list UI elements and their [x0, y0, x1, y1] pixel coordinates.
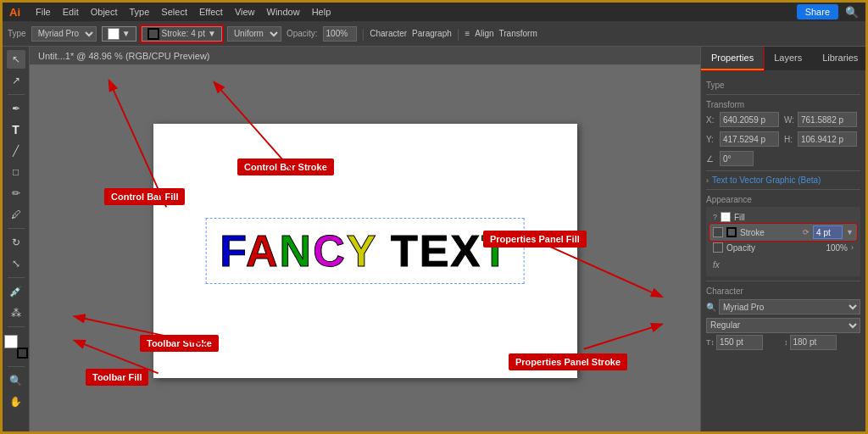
stroke-dropdown-panel[interactable]: ▼ [846, 228, 854, 236]
panel-body: Type Transform X: W: Y: H: [701, 70, 865, 434]
tool-rect[interactable]: □ [7, 163, 25, 181]
font-family-select[interactable]: Myriad Pro [719, 299, 860, 314]
y-input[interactable] [720, 131, 779, 147]
menu-select[interactable]: Select [161, 7, 187, 17]
fancy-text-container[interactable]: FANCY TEXT [205, 218, 525, 284]
character-section-title: Character [706, 287, 860, 296]
tool-select[interactable]: ↖ [7, 50, 25, 69]
menu-bar-right: Share 🔍 [797, 4, 859, 19]
annotation-properties-panel-fill: Properties Panel Fill [483, 231, 587, 248]
stroke-icon-panel [713, 227, 723, 237]
toolbar-separator-1 [8, 94, 25, 95]
tab-layers[interactable]: Layers [764, 47, 812, 70]
text-to-vector-link[interactable]: Text to Vector Graphic (Beta) [712, 175, 821, 185]
opacity-row-panel: Opacity 100% › [709, 241, 857, 254]
tool-type[interactable]: T [7, 120, 25, 139]
font-size-input[interactable] [716, 335, 763, 350]
letter-e: E [420, 226, 451, 275]
letter-a: A [246, 226, 280, 275]
tool-hand[interactable]: ✋ [7, 392, 25, 411]
x-input[interactable] [720, 112, 779, 127]
control-opacity-input[interactable] [323, 26, 357, 42]
x-row: X: [706, 112, 782, 127]
h-label: H: [784, 135, 794, 144]
fancy-text: FANCY TEXT [220, 225, 510, 276]
stroke-dropdown-icon[interactable]: ▼ [208, 29, 216, 38]
angle-label: ∠ [706, 154, 716, 164]
angle-row: ∠ [706, 151, 860, 166]
tool-line[interactable]: ╱ [7, 142, 25, 160]
tool-rotate[interactable]: ↻ [7, 233, 25, 252]
menu-effect[interactable]: Effect [199, 7, 223, 17]
annotation-properties-panel-stroke: Properties Panel Stroke [509, 353, 627, 370]
x-label: X: [706, 115, 716, 125]
toolbar-separator-2 [8, 228, 25, 229]
angle-input[interactable] [720, 151, 754, 166]
letter-t1: T [391, 226, 420, 275]
stroke-swatch-toolbar [17, 348, 28, 359]
control-bar: Type Myriad Pro ▼ Stroke: 4 pt ▼ Uniform… [3, 21, 865, 47]
search-icon[interactable]: 🔍 [845, 6, 859, 19]
fill-swatch-toolbar [4, 335, 18, 348]
w-input[interactable] [798, 112, 857, 127]
tool-scale[interactable]: ⤡ [7, 254, 25, 273]
canvas-tab: Untit...1* @ 48.96 % (RGB/CPU Preview) [30, 47, 700, 65]
stroke-swatch-panel[interactable] [726, 227, 737, 237]
h-input[interactable] [798, 131, 857, 147]
tab-libraries[interactable]: Libraries [812, 47, 865, 70]
y-row: Y: [706, 131, 782, 147]
opacity-value-panel: 100% [826, 243, 848, 253]
canvas-content[interactable]: FANCY TEXT [30, 65, 700, 434]
panel-tabs: Properties Layers Libraries [701, 47, 865, 70]
text-to-vector-label: › [706, 176, 709, 185]
toolbar-separator-5 [8, 366, 25, 367]
menu-view[interactable]: View [235, 7, 255, 17]
menu-type[interactable]: Type [130, 7, 150, 17]
tool-zoom[interactable]: 🔍 [7, 371, 25, 390]
tool-eyedropper[interactable]: 💉 [7, 282, 25, 301]
control-opacity-label: Opacity: [287, 29, 318, 38]
app-icon: Ai [9, 6, 20, 19]
tab-properties[interactable]: Properties [701, 47, 764, 70]
tool-pencil[interactable]: 🖊 [7, 205, 25, 224]
fill-swatch-panel[interactable] [721, 212, 731, 222]
control-transform-label: Transform [499, 29, 537, 38]
fx-row[interactable]: fx [709, 254, 857, 273]
share-button[interactable]: Share [797, 4, 838, 19]
opacity-chevron-icon[interactable]: › [851, 243, 854, 252]
canvas-area: Untit...1* @ 48.96 % (RGB/CPU Preview) F… [30, 47, 700, 434]
control-paragraph-label: Paragraph [412, 29, 452, 38]
control-fill-box[interactable]: ▼ [102, 26, 136, 42]
leading-input[interactable] [790, 335, 837, 350]
tool-direct-select[interactable]: ↗ [7, 71, 25, 90]
toolbar-separator-4 [8, 326, 25, 327]
tool-pen[interactable]: ✒ [7, 99, 25, 118]
text-to-vector-row[interactable]: › Text to Vector Graphic (Beta) [706, 175, 860, 185]
control-uniform-select[interactable]: Uniform [227, 26, 281, 42]
control-align-icon[interactable]: ≡ [465, 29, 470, 38]
annotation-control-bar-stroke: Control Bar Stroke [237, 159, 334, 175]
tool-paintbrush[interactable]: ✏ [7, 184, 25, 203]
stroke-row-panel[interactable]: Stroke ⟳ ▼ [709, 224, 857, 241]
leading-icon: ↕ [784, 338, 788, 347]
menu-window[interactable]: Window [267, 7, 300, 17]
fill-stroke-swatches[interactable] [4, 335, 28, 359]
menu-help[interactable]: Help [312, 7, 331, 17]
w-label: W: [784, 115, 794, 125]
right-panel: Properties Layers Libraries Type Transfo… [700, 47, 865, 434]
opacity-icon-panel [713, 242, 723, 253]
font-style-select[interactable]: Regular [706, 318, 860, 333]
stroke-value-panel[interactable] [813, 225, 843, 239]
stroke-label-control: Stroke: [162, 29, 189, 38]
stroke-cycle-icon[interactable]: ⟳ [803, 228, 810, 236]
menu-edit[interactable]: Edit [63, 7, 79, 17]
control-font-select[interactable]: Myriad Pro [31, 26, 97, 42]
control-stroke-box[interactable]: Stroke: 4 pt ▼ [142, 26, 222, 42]
menu-object[interactable]: Object [91, 7, 118, 17]
divider-2 [706, 170, 860, 171]
menu-file[interactable]: File [36, 7, 51, 17]
letter-n: N [280, 226, 314, 275]
letter-c: C [313, 226, 347, 275]
fill-label-panel: Fill [734, 213, 745, 222]
tool-blend[interactable]: ⁂ [7, 303, 25, 322]
